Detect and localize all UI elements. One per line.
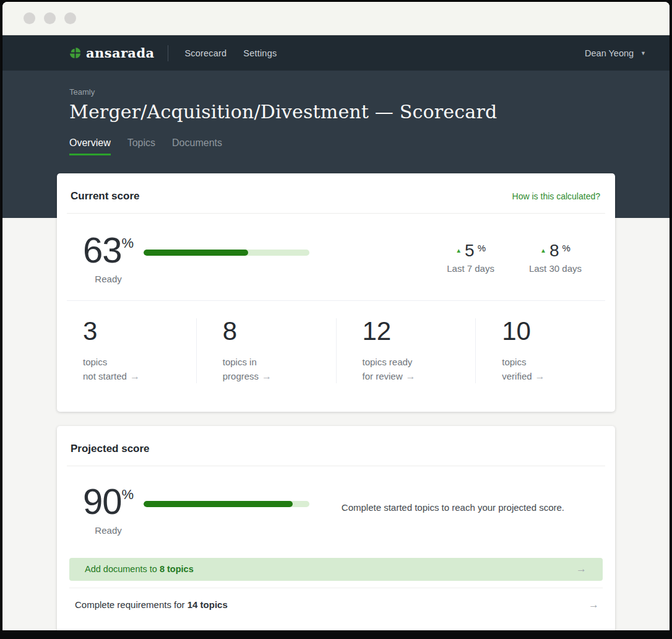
projected-score-progress-fill [144,501,293,507]
projected-score-card: Projected score 90 % Ready Complete star… [57,426,615,630]
tab-overview[interactable]: Overview [69,137,111,155]
window-zoom-button[interactable] [64,12,76,24]
score-deltas: ▲ 5 % Last 7 days ▲ 8 % Last 30 days [447,242,582,274]
browser-window: ansarada Scorecard Settings Dean Yeong ▼… [2,2,670,630]
user-name: Dean Yeong [585,48,634,58]
stat-ready-for-review-label: topics ready for review→ [363,355,476,383]
delta-7-days: ▲ 5 % Last 7 days [447,242,494,274]
trend-up-icon: ▲ [540,247,546,254]
projected-score-unit: % [122,487,134,503]
page-title: Merger/Acquisition/Divestment — Scorecar… [69,101,670,123]
right-arrow-icon: → [130,371,140,381]
current-score-progress-fill [144,250,248,256]
browser-chrome [2,2,670,35]
current-score-title: Current score [71,190,139,202]
stat-verified-label: topics verified→ [502,355,615,383]
right-arrow-icon: → [576,563,587,575]
current-score-head: Current score How is this calculated? [57,173,615,213]
stat-not-started-value: 3 [83,318,196,344]
delta-30-days: ▲ 8 % Last 30 days [529,242,582,274]
clover-icon [69,47,81,59]
delta-7-period: Last 7 days [447,263,494,274]
window-close-button[interactable] [24,12,35,24]
brand-wordmark: ansarada [86,45,154,61]
right-arrow-icon: → [262,371,272,381]
tab-topics[interactable]: Topics [127,137,155,155]
nav-divider [168,45,168,61]
nav-link-settings[interactable]: Settings [243,48,277,58]
add-documents-action[interactable]: Add documents to 8 topics → [69,558,603,581]
main-content: Current score How is this calculated? 63… [2,173,670,630]
delta-30-unit: % [562,243,571,253]
current-score-progressbar [144,250,309,256]
right-arrow-icon: → [588,599,599,611]
current-ready-label: Ready [83,274,134,284]
stat-verified-value: 10 [502,318,615,344]
top-navbar: ansarada Scorecard Settings Dean Yeong ▼ [2,35,670,71]
topic-stats-row: 3 topics not started→ 8 topics in progre… [57,301,615,412]
projected-score-hint: Complete started topics to reach your pr… [342,502,564,513]
projected-ready-label: Ready [83,525,134,536]
stat-not-started[interactable]: 3 topics not started→ [57,318,196,383]
org-name: Teamly [69,87,670,97]
stat-in-progress-value: 8 [223,318,336,344]
delta-7-unit: % [478,243,486,253]
current-score-row: 63 % Ready ▲ 5 % Las [57,214,615,300]
stat-ready-for-review[interactable]: 12 topics ready for review→ [336,318,476,383]
delta-7-value: 5 [465,242,475,259]
projected-score-row: 90 % Ready Complete started topics to re… [57,466,615,554]
projected-score-head: Projected score [57,426,615,466]
brand-logo[interactable]: ansarada [69,45,154,61]
nav-link-scorecard[interactable]: Scorecard [184,48,226,58]
delta-30-period: Last 30 days [529,263,582,274]
complete-requirements-action[interactable]: Complete requirements for 14 topics → [57,588,615,630]
stat-in-progress[interactable]: 8 topics in progress→ [196,318,336,383]
chevron-down-icon: ▼ [640,50,646,56]
delta-30-value: 8 [549,242,559,259]
projected-score-progressbar [144,501,309,507]
right-arrow-icon: → [535,371,545,381]
projected-score-figure: 90 % Ready [83,484,134,536]
current-score-value: 63 [83,232,122,268]
window-minimize-button[interactable] [44,12,56,24]
how-calculated-link[interactable]: How is this calculated? [512,191,600,201]
stat-not-started-label: topics not started→ [83,355,196,383]
stat-in-progress-label: topics in progress→ [223,355,336,383]
tab-documents[interactable]: Documents [172,137,222,155]
trend-up-icon: ▲ [455,247,462,254]
add-documents-label: Add documents to 8 topics [85,564,194,574]
projected-score-title: Projected score [71,443,150,455]
tab-bar: Overview Topics Documents [69,137,670,155]
user-menu[interactable]: Dean Yeong ▼ [585,48,646,58]
projected-score-value: 90 [83,484,122,519]
complete-requirements-label: Complete requirements for 14 topics [75,599,228,610]
current-score-figure: 63 % Ready [83,232,134,284]
right-arrow-icon: → [406,371,416,381]
stat-ready-for-review-value: 12 [363,318,476,344]
current-score-card: Current score How is this calculated? 63… [57,173,615,412]
stat-verified[interactable]: 10 topics verified→ [475,318,615,383]
current-score-unit: % [122,235,134,251]
